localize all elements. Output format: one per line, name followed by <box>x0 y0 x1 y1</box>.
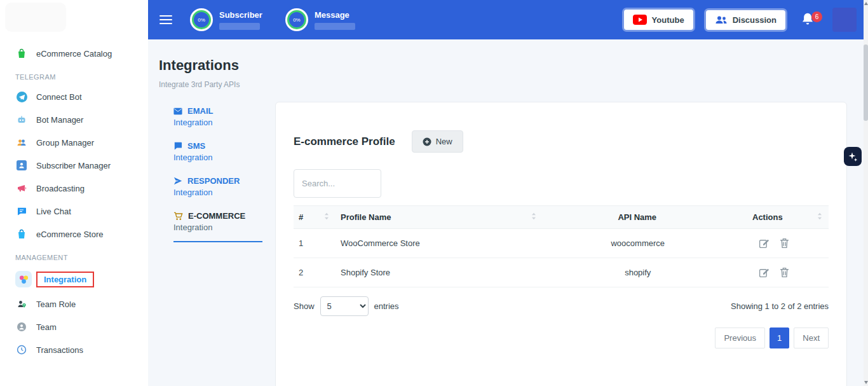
showing-entries-text: Showing 1 to 2 of 2 entries <box>731 301 829 311</box>
sidebar: eCommerce Catalog TELEGRAM Connect Bot B… <box>0 0 148 386</box>
sort-icon <box>531 212 536 222</box>
entries-per-page-select[interactable]: 5 <box>320 296 369 316</box>
discussion-button[interactable]: Discussion <box>706 10 785 30</box>
assistant-fab-button[interactable] <box>844 147 862 166</box>
row-num: 2 <box>294 268 336 277</box>
header-api-name[interactable]: API Name <box>543 212 733 222</box>
row-api-name: woocommerce <box>543 238 733 248</box>
youtube-button[interactable]: Youtube <box>624 10 693 30</box>
sidebar-item-label: Transactions <box>36 345 83 355</box>
window-scrollbar[interactable] <box>864 0 868 386</box>
delete-button[interactable] <box>778 237 790 250</box>
sparkle-icon <box>848 151 858 162</box>
entries-label: entries <box>374 301 399 311</box>
plus-circle-icon <box>423 137 431 146</box>
row-num: 1 <box>294 238 336 248</box>
sidebar-item-ecommerce-store[interactable]: eCommerce Store <box>0 223 148 245</box>
next-page-button[interactable]: Next <box>794 327 829 348</box>
sidebar-item-bot-manager[interactable]: Bot Manager <box>0 108 148 131</box>
sidebar-item-transactions[interactable]: Transactions <box>0 338 148 361</box>
sidebar-item-team[interactable]: Team <box>0 315 148 338</box>
hamburger-menu-icon[interactable] <box>159 15 172 24</box>
row-profile-name: WooCommerce Store <box>336 238 543 248</box>
new-profile-button[interactable]: New <box>412 130 463 153</box>
team-gear-icon <box>15 321 28 333</box>
scrollbar-thumb[interactable] <box>864 45 868 121</box>
subscriber-stat-label: Subscriber <box>219 10 262 20</box>
sidebar-item-subscriber-manager[interactable]: Subscriber Manager <box>0 154 148 177</box>
sidebar-item-label: Group Manager <box>36 138 94 148</box>
page-title: Integrations <box>159 57 239 74</box>
sidebar-item-label: eCommerce Store <box>36 230 103 239</box>
notifications-button[interactable]: 6 <box>801 11 816 28</box>
show-label: Show <box>294 301 315 311</box>
sidebar-item-label: Broadcasting <box>36 184 85 193</box>
row-api-name: shopify <box>543 268 733 277</box>
previous-page-button[interactable]: Previous <box>715 327 765 348</box>
app-logo <box>5 3 66 32</box>
sidebar-item-group-manager[interactable]: Group Manager <box>0 131 148 154</box>
scroll-up-arrow[interactable] <box>864 2 868 5</box>
scroll-down-arrow[interactable] <box>864 381 868 384</box>
sidebar-item-integration[interactable]: Integration <box>0 266 148 293</box>
delete-button[interactable] <box>778 266 790 279</box>
header-num[interactable]: # <box>294 212 336 222</box>
chat-bubble-icon <box>15 205 28 217</box>
email-icon <box>173 107 182 115</box>
sidebar-item-team-role[interactable]: Team Role <box>0 293 148 315</box>
youtube-button-label: Youtube <box>652 15 684 25</box>
sidebar-section-telegram: TELEGRAM <box>0 65 148 85</box>
sms-icon <box>173 142 182 150</box>
megaphone-icon <box>15 182 28 195</box>
nav-item-name: EMAIL <box>187 106 213 116</box>
sidebar-item-broadcasting[interactable]: Broadcasting <box>0 177 148 200</box>
integration-icon <box>15 271 32 287</box>
edit-button[interactable] <box>757 237 771 250</box>
sort-icon <box>324 212 329 222</box>
table-header-row: # Profile Name API Name Actions <box>294 205 829 229</box>
store-bag-icon <box>15 228 28 240</box>
sidebar-item-label: Connect Bot <box>36 92 82 102</box>
sidebar-item-live-chat[interactable]: Live Chat <box>0 200 148 223</box>
clock-icon <box>15 343 28 356</box>
sort-icon <box>817 212 822 222</box>
edit-button[interactable] <box>757 266 771 279</box>
header-actions[interactable]: Actions <box>733 212 829 222</box>
main-content: Integrations Integrate 3rd Party APIs EM… <box>148 39 868 386</box>
send-icon <box>173 177 182 185</box>
message-percent: 0% <box>287 10 306 29</box>
message-stat-label: Message <box>315 10 355 20</box>
nav-responder-integration[interactable]: RESPONDER Integration <box>173 176 269 197</box>
nav-sms-integration[interactable]: SMS Integration <box>173 141 269 162</box>
subscriber-percent: 0% <box>192 10 211 29</box>
subscriber-icon <box>15 159 28 172</box>
sidebar-item-ecommerce-catalog[interactable]: eCommerce Catalog <box>0 42 148 65</box>
message-stat-bar <box>315 23 355 30</box>
sidebar-item-label: Team Role <box>36 300 76 309</box>
page-1-button[interactable]: 1 <box>770 327 789 348</box>
header-profile-name[interactable]: Profile Name <box>336 212 543 222</box>
youtube-icon <box>633 15 647 25</box>
notification-count-badge: 6 <box>811 11 822 22</box>
sidebar-item-label: Bot Manager <box>36 115 83 125</box>
message-stat: 0% Message <box>285 8 355 31</box>
nav-item-name: RESPONDER <box>187 176 240 186</box>
nav-ecommerce-integration[interactable]: E-COMMERCE Integration <box>173 211 262 242</box>
robot-icon <box>15 113 28 126</box>
sidebar-item-connect-bot[interactable]: Connect Bot <box>0 85 148 108</box>
profiles-table: # Profile Name API Name Actions 1 <box>294 205 829 287</box>
nav-item-sub: Integration <box>173 118 269 127</box>
sidebar-item-label: Team <box>36 322 57 332</box>
user-avatar[interactable] <box>832 8 857 32</box>
shopping-bag-icon <box>15 47 28 60</box>
discussion-button-label: Discussion <box>733 15 776 25</box>
nav-item-sub: Integration <box>173 223 262 232</box>
nav-email-integration[interactable]: EMAIL Integration <box>173 106 269 127</box>
message-progress-ring: 0% <box>285 8 308 31</box>
new-button-label: New <box>436 137 452 146</box>
table-row: 2 Shopify Store shopify <box>294 258 829 287</box>
sidebar-item-label: eCommerce Catalog <box>36 49 112 59</box>
discussion-users-icon <box>715 15 728 25</box>
search-input[interactable] <box>294 169 381 198</box>
nav-item-name: E-COMMERCE <box>188 211 245 221</box>
